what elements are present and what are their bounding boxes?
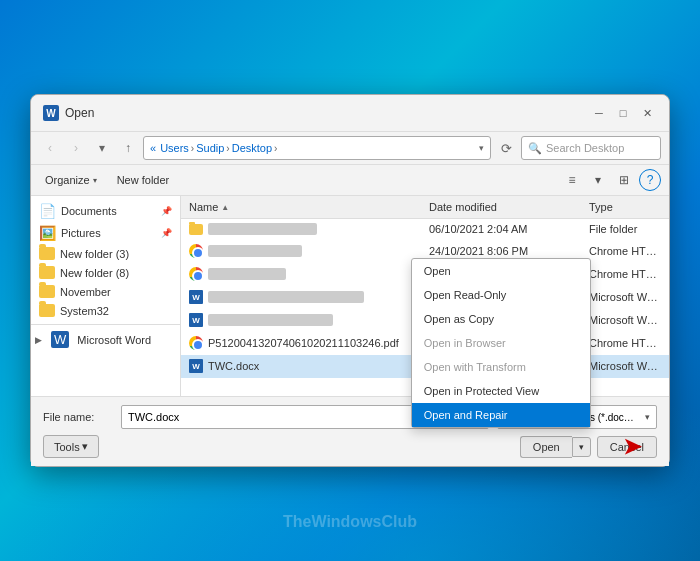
file-name-cell: ████████████: [181, 242, 421, 260]
new-folder-8-icon: [39, 266, 55, 279]
file-name-cell: ██████████████: [181, 221, 421, 237]
search-placeholder: Search Desktop: [546, 142, 624, 154]
address-path: Users › Sudip › Desktop ›: [160, 142, 475, 154]
file-list-header: Name ▲ Date modified Type: [181, 196, 669, 219]
file-type-cell: Microsoft Word D...: [581, 312, 669, 328]
filename-label: File name:: [43, 411, 113, 423]
sidebar-new-folder-3-label: New folder (3): [60, 248, 129, 260]
search-bar[interactable]: 🔍 Search Desktop: [521, 136, 661, 160]
filename-value: TWC.docx: [128, 411, 179, 423]
sidebar-item-system32[interactable]: System32: [31, 301, 180, 320]
cancel-button[interactable]: Cancel: [597, 436, 657, 458]
folder-icon: [189, 224, 203, 235]
sidebar-system32-label: System32: [60, 305, 109, 317]
toolbar-right: ≡ ▾ ⊞ ?: [561, 169, 661, 191]
column-header-date[interactable]: Date modified: [421, 199, 581, 215]
file-type-cell: File folder: [581, 221, 669, 237]
new-folder-button[interactable]: New folder: [111, 171, 176, 189]
open-dropdown-arrow-button[interactable]: ▾: [572, 437, 591, 457]
sidebar-new-folder-8-label: New folder (8): [60, 267, 129, 279]
back-button[interactable]: ‹: [39, 137, 61, 159]
sidebar-item-microsoft-word[interactable]: ▶ W Microsoft Word: [31, 329, 180, 350]
navigation-bar: ‹ › ▾ ↑ « Users › Sudip › Desktop › ▾ ⟳ …: [31, 132, 669, 165]
file-name-cell: ██████████: [181, 265, 421, 283]
dropdown-item-open-read-only[interactable]: Open Read-Only: [412, 283, 590, 307]
dropdown-item-open[interactable]: Open: [412, 259, 590, 283]
organize-chevron-icon: ▾: [93, 176, 97, 185]
pictures-pin-icon: 📌: [161, 228, 172, 238]
expand-icon: ▶: [35, 335, 42, 345]
sidebar-item-november[interactable]: November: [31, 282, 180, 301]
dropdown-item-open-in-protected[interactable]: Open in Protected View: [412, 379, 590, 403]
help-button[interactable]: ?: [639, 169, 661, 191]
maximize-button[interactable]: □: [613, 103, 633, 123]
table-row[interactable]: ██████████████ 06/10/2021 2:04 AM File f…: [181, 219, 669, 240]
tools-label: Tools: [54, 441, 80, 453]
sidebar: 📄 Documents 📌 🖼️ Pictures 📌 New folder (…: [31, 196, 181, 396]
organize-label: Organize: [45, 174, 90, 186]
sidebar-item-new-folder-3[interactable]: New folder (3): [31, 244, 180, 263]
file-name-cell: P512004132074061020211103246.pdf: [181, 334, 421, 352]
word-sidebar-icon: W: [51, 331, 69, 348]
view-details-button[interactable]: ≡: [561, 169, 583, 191]
word-icon: W: [189, 290, 203, 304]
sidebar-item-new-folder-8[interactable]: New folder (8): [31, 263, 180, 282]
file-name-cell: W TWC.docx: [181, 357, 421, 375]
title-bar-left: W Open: [43, 105, 94, 121]
bottom-section: File name: TWC.docx ▾ All Word Documents…: [31, 397, 669, 466]
up-button[interactable]: ↑: [117, 137, 139, 159]
address-sudip[interactable]: Sudip: [196, 142, 224, 154]
documents-icon: 📄: [39, 203, 56, 219]
chrome-icon: [189, 244, 203, 258]
minimize-button[interactable]: ─: [589, 103, 609, 123]
open-dropdown-menu: Open Open Read-Only Open as Copy Open in…: [411, 258, 591, 428]
window-title: Open: [65, 106, 94, 120]
address-bar[interactable]: « Users › Sudip › Desktop › ▾: [143, 136, 491, 160]
sidebar-item-documents[interactable]: 📄 Documents 📌: [31, 200, 180, 222]
recent-locations-button[interactable]: ▾: [91, 137, 113, 159]
open-button[interactable]: Open: [520, 436, 572, 458]
pictures-icon: 🖼️: [39, 225, 56, 241]
watermark: TheWindowsClub: [283, 513, 417, 531]
dropdown-item-open-as-copy[interactable]: Open as Copy: [412, 307, 590, 331]
word-icon: W: [189, 313, 203, 327]
open-button-group: Open ▾ Open Open Read-Only Open as Copy …: [520, 436, 591, 458]
toolbar: Organize ▾ New folder ≡ ▾ ⊞ ?: [31, 165, 669, 196]
column-header-name[interactable]: Name ▲: [181, 199, 421, 215]
buttons-row: Tools ▾ Open ▾ Open Open Read-Only Open …: [43, 435, 657, 458]
file-date-cell: 24/10/2021 8:06 PM: [421, 243, 581, 259]
address-sep1: ›: [191, 143, 194, 154]
file-type-cell: Chrome HTML Do...: [581, 335, 669, 351]
title-controls: ─ □ ✕: [589, 103, 657, 123]
dialog-window: W Open ─ □ ✕ ‹ › ▾ ↑ « Users › Sudip › D…: [30, 94, 670, 467]
chrome-icon: [189, 267, 203, 281]
dropdown-item-open-with-transform: Open with Transform: [412, 355, 590, 379]
documents-pin-icon: 📌: [161, 206, 172, 216]
refresh-button[interactable]: ⟳: [495, 137, 517, 159]
november-icon: [39, 285, 55, 298]
file-name-cell: W ████████████████████: [181, 288, 421, 306]
title-bar: W Open ─ □ ✕: [31, 95, 669, 132]
sidebar-word-label: Microsoft Word: [77, 334, 151, 346]
view-icons-button[interactable]: ⊞: [613, 169, 635, 191]
sidebar-item-pictures[interactable]: 🖼️ Pictures 📌: [31, 222, 180, 244]
filetype-dropdown-icon[interactable]: ▾: [645, 412, 650, 422]
address-dropdown-arrow[interactable]: ▾: [479, 143, 484, 153]
close-button[interactable]: ✕: [637, 103, 657, 123]
sidebar-documents-label: Documents: [61, 205, 117, 217]
address-users[interactable]: Users: [160, 142, 189, 154]
file-type-cell: Microsoft Word D...: [581, 358, 669, 374]
forward-button[interactable]: ›: [65, 137, 87, 159]
view-dropdown-button[interactable]: ▾: [587, 169, 609, 191]
dropdown-item-open-and-repair[interactable]: Open and Repair: [412, 403, 590, 427]
file-type-cell: Chrome HTML Do...: [581, 243, 669, 259]
word-app-icon: W: [43, 105, 59, 121]
organize-button[interactable]: Organize ▾: [39, 171, 103, 189]
tools-button[interactable]: Tools ▾: [43, 435, 99, 458]
search-icon: 🔍: [528, 142, 542, 155]
file-type-cell: Chrome HTML Do...: [581, 266, 669, 282]
address-desktop[interactable]: Desktop: [232, 142, 272, 154]
column-header-type[interactable]: Type: [581, 199, 669, 215]
sidebar-pictures-label: Pictures: [61, 227, 101, 239]
sidebar-november-label: November: [60, 286, 111, 298]
